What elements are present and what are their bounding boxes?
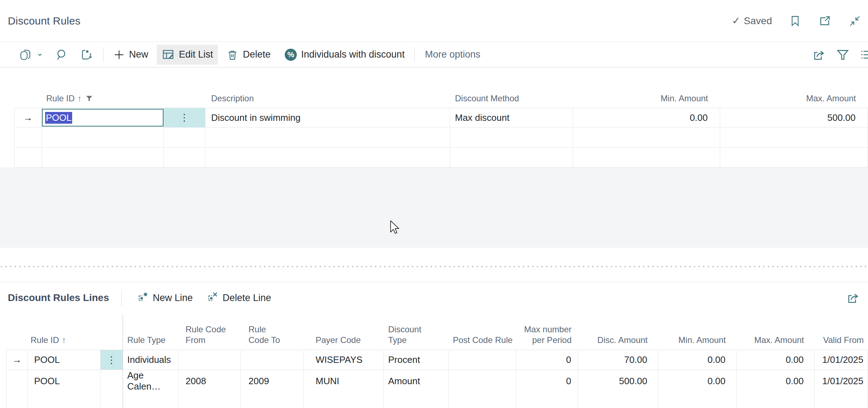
ellipsis-icon: ⋮ xyxy=(107,354,117,366)
min-amount-cell[interactable]: 0.00 xyxy=(573,108,720,127)
filter-icon[interactable] xyxy=(836,48,850,61)
discount-type-cell[interactable]: Amount xyxy=(384,370,449,392)
rules-col-rule-id[interactable]: Rule ID ↑ xyxy=(42,89,164,108)
column-filter-icon xyxy=(85,95,93,102)
save-status-label: Saved xyxy=(744,15,772,27)
lines-col-post-code-rule[interactable]: Post Code Rule xyxy=(449,313,516,350)
open-in-new-window-icon[interactable] xyxy=(818,14,832,28)
rules-row-empty[interactable] xyxy=(14,128,868,147)
lines-toolbar-divider xyxy=(121,289,122,306)
plus-icon xyxy=(113,49,125,60)
lines-row-1: → POOL ⋮ Individuals WISEPAYS Procent 0 … xyxy=(6,350,868,370)
action-toolbar: ⌄ xyxy=(0,42,868,68)
analyze-button[interactable] xyxy=(75,45,98,65)
selected-text: POOL xyxy=(45,112,72,124)
lines-col-rule-code-from[interactable]: Rule Code From xyxy=(178,313,241,350)
delete-line-icon xyxy=(207,291,218,305)
rule-id-cell[interactable]: POOL xyxy=(28,370,101,392)
min-amount-cell[interactable]: 0.00 xyxy=(658,370,736,392)
max-amount-cell[interactable]: 0.00 xyxy=(736,370,815,392)
lines-share-icon[interactable] xyxy=(846,291,859,305)
delete-line-button[interactable]: Delete Line xyxy=(201,288,277,308)
views-button[interactable]: ⌄ xyxy=(14,45,48,65)
share-icon[interactable] xyxy=(812,48,825,61)
lines-col-rule-type[interactable]: Rule Type xyxy=(123,313,178,350)
rules-col-min-amount[interactable]: Min. Amount xyxy=(573,89,720,108)
lines-col-max-number-per-period[interactable]: Max number per Period xyxy=(516,313,578,350)
grid-filler-area xyxy=(0,167,868,248)
max-number-per-period-cell[interactable]: 0 xyxy=(516,350,578,370)
row-options-button[interactable]: ⋮ xyxy=(101,350,123,370)
rule-type-cell[interactable]: Age Calen… xyxy=(123,370,178,392)
bookmark-icon[interactable] xyxy=(788,14,802,28)
discount-rules-lines-part: Discount Rules Lines New Line xyxy=(0,282,868,408)
edit-list-button[interactable]: Edit List xyxy=(157,45,218,65)
active-row-indicator: → xyxy=(6,350,28,370)
lines-row-empty[interactable] xyxy=(6,390,868,408)
discount-rules-page: Discount Rules ✓ Saved xyxy=(0,0,868,408)
rule-code-to-cell[interactable] xyxy=(241,350,304,370)
lines-toolbar: Discount Rules Lines New Line xyxy=(0,282,868,313)
description-cell[interactable]: Discount in swimming xyxy=(205,108,450,127)
lines-col-max-amount[interactable]: Max. Amount xyxy=(736,313,815,350)
save-status: ✓ Saved xyxy=(732,15,772,27)
post-code-rule-cell[interactable] xyxy=(449,370,516,392)
disc-amount-cell[interactable]: 500.00 xyxy=(578,370,658,392)
max-amount-cell[interactable]: 0.00 xyxy=(736,350,815,370)
search-button[interactable] xyxy=(50,45,73,65)
valid-from-cell[interactable]: 1/01/2025 xyxy=(815,350,868,370)
more-options-button[interactable]: More options xyxy=(420,45,485,65)
toolbar-divider xyxy=(414,47,415,62)
new-line-button[interactable]: New Line xyxy=(132,288,199,308)
max-amount-cell[interactable]: 500.00 xyxy=(720,108,868,127)
row-options-button[interactable]: ⋮ xyxy=(164,108,205,127)
rule-code-from-cell[interactable]: 2008 xyxy=(178,370,241,392)
lines-col-valid-from[interactable]: Valid From xyxy=(815,313,868,350)
rules-row-empty[interactable] xyxy=(14,147,868,167)
payer-code-cell[interactable]: MUNI xyxy=(304,370,384,392)
sort-ascending-icon: ↑ xyxy=(77,93,82,103)
rules-grid-header: Rule ID ↑ Description Discount Method Mi… xyxy=(14,89,868,108)
min-amount-cell[interactable]: 0.00 xyxy=(658,350,736,370)
discount-rules-list: Rule ID ↑ Description Discount Method Mi… xyxy=(0,68,868,282)
lines-row-2: POOL Age Calen… 2008 2009 MUNI Amount 0 … xyxy=(6,370,868,390)
page-title: Discount Rules xyxy=(8,15,81,27)
choose-columns-icon[interactable] xyxy=(860,48,868,61)
check-icon: ✓ xyxy=(732,15,740,27)
lines-col-discount-type[interactable]: Discount Type xyxy=(384,313,449,350)
new-button-label: New xyxy=(129,49,148,60)
payer-code-cell[interactable]: WISEPAYS xyxy=(304,350,384,370)
individuals-with-discount-button[interactable]: % Individuals with discount xyxy=(280,45,409,65)
rule-id-editor[interactable]: POOL xyxy=(42,109,164,127)
row-options-button[interactable] xyxy=(101,370,123,392)
lines-col-disc-amount[interactable]: Disc. Amount xyxy=(578,313,658,350)
lines-col-min-amount[interactable]: Min. Amount xyxy=(658,313,736,350)
collapse-icon[interactable] xyxy=(848,14,862,28)
delete-label: Delete xyxy=(243,49,270,60)
lines-grid-header: Rule ID↑ Rule Type Rule Code From Rule C… xyxy=(6,313,868,350)
lines-col-rule-id[interactable]: Rule ID↑ xyxy=(28,313,101,350)
more-options-label: More options xyxy=(425,49,480,60)
lines-col-payer-code[interactable]: Payer Code xyxy=(304,313,384,350)
valid-from-cell[interactable]: 1/01/2025 xyxy=(815,370,868,392)
delete-line-label: Delete Line xyxy=(223,292,271,304)
rule-type-cell[interactable]: Individuals xyxy=(123,350,178,370)
rules-col-discount-method[interactable]: Discount Method xyxy=(450,89,573,108)
max-number-per-period-cell[interactable]: 0 xyxy=(516,370,578,392)
disc-amount-cell[interactable]: 70.00 xyxy=(578,350,658,370)
rule-code-to-cell[interactable]: 2009 xyxy=(241,370,304,392)
lines-col-rule-code-to[interactable]: Rule Code To xyxy=(241,313,304,350)
trash-icon xyxy=(226,49,239,61)
rules-col-max-amount[interactable]: Max. Amount xyxy=(720,89,868,108)
rules-col-description[interactable]: Description xyxy=(205,89,450,108)
discount-type-cell[interactable]: Procent xyxy=(384,350,449,370)
rule-id-cell[interactable]: POOL xyxy=(28,350,101,370)
post-code-rule-cell[interactable] xyxy=(449,350,516,370)
discount-method-cell[interactable]: Max discount xyxy=(450,108,573,127)
title-bar: Discount Rules ✓ Saved xyxy=(0,0,868,42)
new-button[interactable]: New xyxy=(108,45,153,65)
individuals-label: Individuals with discount xyxy=(301,49,404,60)
delete-button[interactable]: Delete xyxy=(221,45,275,65)
rule-code-from-cell[interactable] xyxy=(178,350,241,370)
rule-id-cell-editing[interactable]: POOL xyxy=(42,108,164,127)
